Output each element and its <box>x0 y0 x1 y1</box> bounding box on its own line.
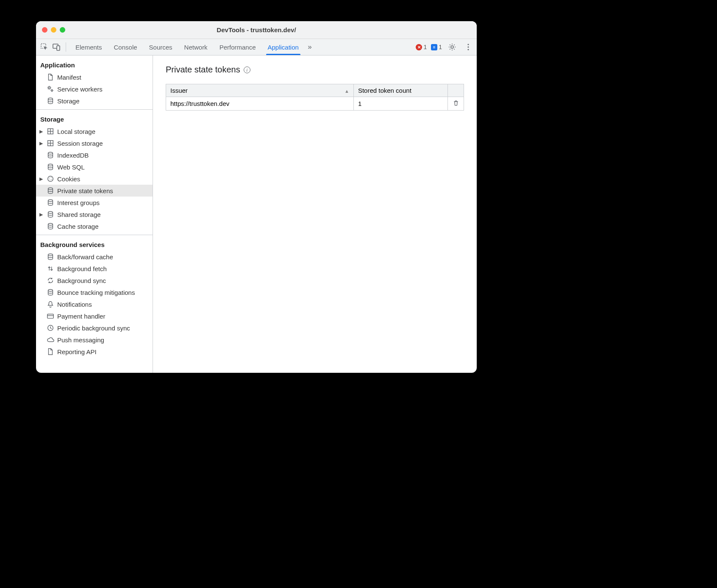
column-header-count[interactable]: Stored token count <box>353 84 447 97</box>
sidebar-item-label: Cookies <box>57 175 80 183</box>
toolbar-separator <box>66 42 66 52</box>
panel-heading: Private state tokens <box>166 65 240 75</box>
sidebar-item-service-workers[interactable]: Service workers <box>36 83 153 95</box>
svg-point-4 <box>467 44 469 45</box>
svg-point-20 <box>51 178 51 178</box>
db-icon <box>46 288 55 297</box>
sidebar-item-manifest[interactable]: Manifest <box>36 71 153 83</box>
sidebar-item-label: Background fetch <box>57 265 107 272</box>
cell-issuer: https://trusttoken.dev <box>166 97 354 111</box>
sidebar-item-back/forward-cache[interactable]: Back/forward cache <box>36 251 153 263</box>
sidebar-item-web-sql[interactable]: Web SQL <box>36 161 153 173</box>
card-icon <box>46 312 55 320</box>
settings-icon[interactable] <box>448 43 456 51</box>
sidebar-item-push-messaging[interactable]: Push messaging <box>36 334 153 346</box>
sidebar-item-indexeddb[interactable]: IndexedDB <box>36 149 153 161</box>
sidebar-item-label: Service workers <box>57 86 103 93</box>
tab-network[interactable]: Network <box>178 39 214 55</box>
sidebar-item-background-fetch[interactable]: Background fetch <box>36 263 153 275</box>
db-icon <box>46 252 55 261</box>
sidebar-item-private-state-tokens[interactable]: Private state tokens <box>36 185 153 197</box>
sidebar-item-shared-storage[interactable]: ▶Shared storage <box>36 208 153 220</box>
issues-badge[interactable]: ≡ 1 <box>431 44 442 50</box>
cloud-icon <box>46 336 55 344</box>
device-toolbar-icon[interactable] <box>52 43 61 51</box>
panel-heading-row: Private state tokens i <box>166 65 464 75</box>
issue-icon: ≡ <box>431 44 437 50</box>
tab-sources[interactable]: Sources <box>143 39 178 55</box>
svg-point-8 <box>51 90 53 92</box>
errors-count: 1 <box>423 44 427 50</box>
more-tabs-icon[interactable]: » <box>306 43 314 51</box>
db-icon <box>46 198 55 207</box>
svg-rect-29 <box>47 314 53 319</box>
svg-point-23 <box>48 188 53 190</box>
updown-icon <box>46 264 55 273</box>
sidebar-item-payment-handler[interactable]: Payment handler <box>36 310 153 322</box>
sidebar-item-reporting-api[interactable]: Reporting API <box>36 346 153 358</box>
sidebar-item-cache-storage[interactable]: Cache storage <box>36 220 153 232</box>
sidebar-item-label: Storage <box>57 97 80 105</box>
svg-point-21 <box>50 180 50 180</box>
gears-icon <box>46 85 55 93</box>
svg-point-3 <box>451 46 453 48</box>
sync-icon <box>46 276 55 285</box>
trash-icon[interactable] <box>453 100 459 108</box>
db-icon <box>46 163 55 171</box>
db-icon <box>46 97 55 105</box>
sidebar-item-label: Interest groups <box>57 199 100 206</box>
sidebar-item-label: Background sync <box>57 277 106 284</box>
inspect-element-icon[interactable] <box>40 43 49 51</box>
sort-asc-icon: ▲ <box>345 89 349 94</box>
sidebar-item-label: Cache storage <box>57 223 99 230</box>
svg-point-18 <box>48 176 53 182</box>
kebab-menu-icon[interactable] <box>464 43 472 51</box>
expander-icon[interactable]: ▶ <box>39 141 44 146</box>
sidebar-item-storage[interactable]: Storage <box>36 95 153 107</box>
cell-delete <box>448 97 464 111</box>
sidebar-item-label: IndexedDB <box>57 152 89 159</box>
tab-console[interactable]: Console <box>108 39 143 55</box>
sidebar-item-cookies[interactable]: ▶Cookies <box>36 173 153 185</box>
info-icon[interactable]: i <box>244 67 250 73</box>
window-title: DevTools - trusttoken.dev/ <box>36 26 477 33</box>
sidebar-item-label: Notifications <box>57 301 92 308</box>
main-panel: Private state tokens i Issuer ▲ Stored t… <box>153 55 477 373</box>
sidebar-item-label: Shared storage <box>57 211 101 218</box>
section-title-storage: Storage <box>36 110 153 125</box>
sidebar-item-label: Web SQL <box>57 164 85 171</box>
expander-icon[interactable]: ▶ <box>39 212 44 217</box>
sidebar-item-bounce-tracking-mitigations[interactable]: Bounce tracking mitigations <box>36 286 153 298</box>
tab-application[interactable]: Application <box>262 39 305 55</box>
issues-count: 1 <box>439 44 442 50</box>
column-header-issuer[interactable]: Issuer ▲ <box>166 84 354 97</box>
expander-icon[interactable]: ▶ <box>39 176 44 182</box>
devtools-window: DevTools - trusttoken.dev/ ElementsConso… <box>36 21 477 373</box>
tokens-table: Issuer ▲ Stored token count https://trus… <box>166 84 464 111</box>
sidebar-item-label: Payment handler <box>57 313 105 320</box>
svg-point-17 <box>48 164 53 166</box>
table-row[interactable]: https://trusttoken.dev1 <box>166 97 464 111</box>
clock-icon <box>46 324 55 332</box>
doc-icon <box>46 347 55 356</box>
sidebar-item-label: Periodic background sync <box>57 325 130 332</box>
sidebar-item-local-storage[interactable]: ▶Local storage <box>36 125 153 137</box>
tab-elements[interactable]: Elements <box>69 39 108 55</box>
errors-badge[interactable]: ✕ 1 <box>416 44 427 50</box>
db-icon <box>46 186 55 195</box>
error-icon: ✕ <box>416 44 422 50</box>
section-title-background-services: Background services <box>36 235 153 251</box>
expander-icon[interactable]: ▶ <box>39 129 44 134</box>
db-icon <box>46 210 55 219</box>
devtools-toolbar: ElementsConsoleSourcesNetworkPerformance… <box>36 39 477 55</box>
tab-performance[interactable]: Performance <box>214 39 262 55</box>
sidebar-item-session-storage[interactable]: ▶Session storage <box>36 137 153 149</box>
sidebar-item-notifications[interactable]: Notifications <box>36 298 153 310</box>
db-icon <box>46 151 55 159</box>
sidebar-item-label: Bounce tracking mitigations <box>57 289 135 296</box>
devtools-body: ApplicationManifestService workersStorag… <box>36 55 477 373</box>
sidebar-item-background-sync[interactable]: Background sync <box>36 275 153 286</box>
sidebar-item-interest-groups[interactable]: Interest groups <box>36 197 153 208</box>
sidebar-item-periodic-background-sync[interactable]: Periodic background sync <box>36 322 153 334</box>
section-title-application: Application <box>36 55 153 71</box>
